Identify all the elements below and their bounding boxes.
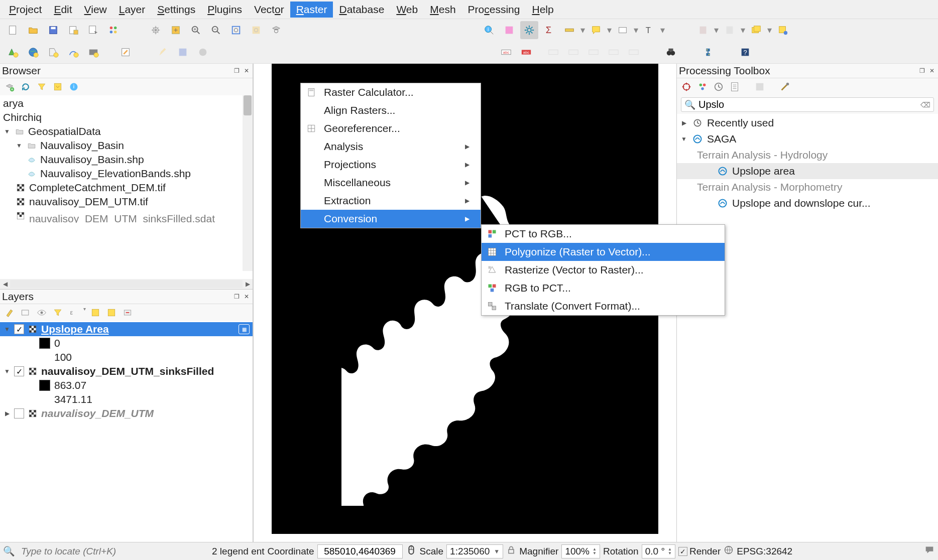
mouse-icon[interactable] bbox=[406, 544, 417, 558]
layout-manager-icon[interactable] bbox=[84, 21, 102, 39]
browser-item[interactable]: CompleteCatchment_DEM.tif bbox=[1, 181, 253, 195]
menu-item-align-rasters[interactable]: Align Rasters... bbox=[301, 101, 481, 119]
checkbox-icon[interactable]: ✓ bbox=[14, 324, 24, 334]
pan-icon[interactable] bbox=[147, 21, 165, 39]
browser-item[interactable]: ▼Nauvalisoy_Basin bbox=[1, 138, 253, 153]
browser-item[interactable]: Nauvalisoy_Basin.shp bbox=[1, 153, 253, 167]
visibility-icon[interactable] bbox=[35, 306, 48, 319]
zoom-layer-icon[interactable] bbox=[267, 21, 285, 39]
layers-tree[interactable]: ▼ ✓ Upslope Area ▦ 0 100 ▼ ✓ nauvalisoy_… bbox=[0, 321, 253, 542]
menu-item-translate[interactable]: Translate (Convert Format)... bbox=[482, 297, 725, 315]
binoculars-icon[interactable] bbox=[662, 43, 680, 61]
proc-item[interactable]: ▶Recently used bbox=[677, 115, 938, 131]
render-checkbox[interactable]: ✓ bbox=[678, 547, 687, 556]
menu-item-miscellaneous[interactable]: Miscellaneous▶ bbox=[301, 174, 481, 192]
layer-row[interactable]: ▼ ✓ nauvalisoy_DEM_UTM_sinksFilled bbox=[0, 364, 253, 378]
save-edits-icon[interactable] bbox=[174, 43, 192, 61]
refresh-icon[interactable] bbox=[19, 80, 32, 93]
new-vector-icon[interactable] bbox=[721, 21, 739, 39]
menu-layer[interactable]: Layer bbox=[113, 2, 152, 18]
edit-in-place-icon[interactable] bbox=[753, 80, 766, 93]
browser-item[interactable]: nauvalisoy_DEM_UTM.tif bbox=[1, 195, 253, 209]
checkbox-icon[interactable]: ✓ bbox=[14, 366, 24, 376]
clear-icon[interactable]: ⌫ bbox=[920, 101, 930, 109]
browser-item[interactable]: arya bbox=[1, 96, 253, 110]
scrollbar-vertical[interactable] bbox=[243, 95, 253, 271]
browser-item[interactable]: nauvalisoy_DEM_UTM_sinksFilled.sdat bbox=[1, 209, 253, 223]
collapse-all-icon[interactable] bbox=[51, 80, 64, 93]
menu-item-conversion[interactable]: Conversion▶ bbox=[301, 210, 481, 228]
menu-database[interactable]: Database bbox=[333, 2, 390, 18]
crs-label[interactable]: EPSG:32642 bbox=[737, 546, 792, 557]
save-icon[interactable] bbox=[44, 21, 62, 39]
add-group-icon[interactable] bbox=[19, 306, 32, 319]
close-icon[interactable]: ✕ bbox=[242, 66, 251, 75]
menu-item-polygonize[interactable]: Polygonize (Raster to Vector)... bbox=[482, 243, 725, 261]
new-memory-icon[interactable] bbox=[84, 43, 102, 61]
browser-item[interactable]: Nauvalisoy_ElevationBands.shp bbox=[1, 167, 253, 181]
browser-item[interactable]: Chirchiq bbox=[1, 110, 253, 124]
edit-layer-icon[interactable] bbox=[116, 43, 135, 61]
checkbox-icon[interactable] bbox=[14, 408, 24, 418]
proc-item[interactable]: Terrain Analysis - Morphometry bbox=[677, 179, 938, 195]
scrollbar-horizontal[interactable]: ◀▶ bbox=[0, 279, 253, 289]
label-tool-2-icon[interactable] bbox=[564, 43, 582, 61]
menu-item-georeferencer[interactable]: Georeferencer... bbox=[301, 119, 481, 137]
menu-processing[interactable]: Processing bbox=[462, 2, 526, 18]
add-layer-icon[interactable] bbox=[3, 80, 16, 93]
style-manager-icon[interactable] bbox=[104, 21, 123, 39]
add-feature-icon[interactable] bbox=[194, 43, 212, 61]
paste-icon[interactable] bbox=[694, 21, 712, 39]
new-virtual-icon[interactable] bbox=[64, 43, 82, 61]
gear-icon[interactable] bbox=[520, 21, 538, 39]
spatial-bookmark-icon[interactable] bbox=[774, 21, 792, 39]
proc-item[interactable]: Upslope and downslope cur... bbox=[677, 195, 938, 211]
identify-icon[interactable]: i bbox=[480, 21, 498, 39]
menu-item-projections[interactable]: Projections▶ bbox=[301, 156, 481, 174]
layer-group-icon[interactable] bbox=[747, 21, 765, 39]
new-bookmark-icon[interactable] bbox=[614, 21, 632, 39]
lock-icon[interactable] bbox=[506, 545, 516, 557]
coordinate-input[interactable] bbox=[317, 544, 403, 558]
measure-icon[interactable] bbox=[560, 21, 578, 39]
help-icon[interactable]: ? bbox=[736, 43, 754, 61]
menu-item-pct-to-rgb[interactable]: PCT to RGB... bbox=[482, 225, 725, 243]
search-input[interactable] bbox=[698, 99, 920, 110]
label-tool-3-icon[interactable] bbox=[584, 43, 603, 61]
label-tool-5-icon[interactable] bbox=[625, 43, 643, 61]
history-icon[interactable] bbox=[712, 80, 725, 93]
undock-icon[interactable]: ❐ bbox=[917, 66, 926, 75]
proc-item[interactable]: Terrain Analysis - Hydrology bbox=[677, 147, 938, 163]
layer-row[interactable]: ▼ ✓ Upslope Area ▦ bbox=[0, 322, 253, 336]
menu-mesh[interactable]: Mesh bbox=[424, 2, 461, 18]
menu-project[interactable]: Project bbox=[3, 2, 48, 18]
menu-item-rgb-to-pct[interactable]: RGB to PCT... bbox=[482, 279, 725, 297]
label-red-icon[interactable]: abc bbox=[517, 43, 535, 61]
open-icon[interactable] bbox=[24, 21, 42, 39]
layer-row[interactable]: ▶ nauvalisoy_DEM_UTM bbox=[0, 406, 253, 421]
menu-raster[interactable]: Raster bbox=[290, 2, 333, 18]
magnifier-input[interactable]: 100%▲▼ bbox=[561, 544, 600, 558]
label-abc-icon[interactable]: abc bbox=[497, 43, 515, 61]
options-icon[interactable] bbox=[778, 80, 791, 93]
scale-input[interactable]: 1:235060▼ bbox=[446, 544, 503, 558]
expand-all-icon[interactable] bbox=[89, 306, 102, 319]
style-icon[interactable] bbox=[3, 306, 16, 319]
label-tool-1-icon[interactable] bbox=[544, 43, 562, 61]
python-icon[interactable] bbox=[699, 43, 717, 61]
undock-icon[interactable]: ❐ bbox=[232, 66, 241, 75]
filter-icon[interactable] bbox=[51, 306, 64, 319]
expression-icon[interactable]: ε bbox=[67, 306, 80, 319]
close-icon[interactable]: ✕ bbox=[927, 66, 936, 75]
pan-to-selection-icon[interactable] bbox=[167, 21, 185, 39]
menu-item-analysis[interactable]: Analysis▶ bbox=[301, 137, 481, 156]
proc-item[interactable]: ▼SAGA bbox=[677, 131, 938, 147]
new-print-layout-icon[interactable] bbox=[64, 21, 82, 39]
toolbox-icon[interactable] bbox=[680, 80, 693, 93]
menu-view[interactable]: View bbox=[78, 2, 113, 18]
menu-help[interactable]: Help bbox=[526, 2, 559, 18]
menu-item-raster-calculator[interactable]: Raster Calculator... bbox=[301, 83, 481, 101]
zoom-in-icon[interactable] bbox=[187, 21, 205, 39]
crs-icon[interactable] bbox=[724, 545, 734, 557]
close-icon[interactable]: ✕ bbox=[242, 292, 251, 301]
